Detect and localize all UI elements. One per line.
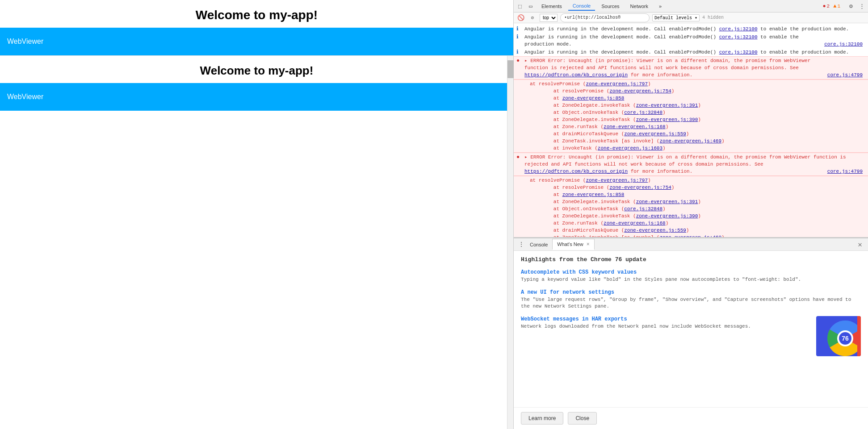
devtools-inspect-icon[interactable]: ⬚ xyxy=(516,2,524,11)
bottom-tab-console[interactable]: Console xyxy=(525,240,552,249)
console-line: ℹ Angular is running in the development … xyxy=(514,25,868,33)
error-icon-2: ● xyxy=(516,154,520,161)
warning-count: 1 xyxy=(837,4,840,9)
info-icon: ℹ xyxy=(516,49,519,56)
console-error-1: ● ▸ ERROR Error: Uncaught (in promise): … xyxy=(514,56,868,79)
devtools-settings-icon[interactable]: ⚙ xyxy=(847,2,855,11)
ze-link-3[interactable]: zone-evergreen.js:858 xyxy=(562,96,625,101)
inner-app-title: Welcome to my-app! xyxy=(0,56,513,83)
info-icon: ℹ xyxy=(516,33,519,41)
bottom-panel-content: Highlights from the Chrome 76 update Aut… xyxy=(514,251,868,407)
main-app-area: Welcome to my-app! WebViewer Welcome to … xyxy=(0,0,514,429)
error-count-badge: ● 2 xyxy=(822,3,830,9)
ze-link-6[interactable]: zone-evergreen.js:168 xyxy=(604,124,666,129)
devtools-panel: ⬚ ▭ Elements Console Sources Network » ●… xyxy=(514,0,868,429)
feature-3-title: WebSocket messages in HAR exports xyxy=(521,316,812,322)
ze-link-7[interactable]: zone-evergreen.js:559 xyxy=(624,131,686,137)
console-clear-icon[interactable]: 🚫 xyxy=(516,13,525,22)
bottom-tab-close-icon[interactable]: × xyxy=(587,241,590,247)
close-button[interactable]: Close xyxy=(568,412,597,425)
console-line: ℹ Angular is running in the development … xyxy=(514,48,868,56)
ze2-link-4[interactable]: zone-evergreen.js:391 xyxy=(636,199,698,204)
chrome-logo-area: 76 xyxy=(816,316,861,356)
whats-new-feature-3-text: WebSocket messages in HAR exports Networ… xyxy=(521,316,812,330)
console-toolbar: 🚫 ⊘ top •url(http://localhos® Default le… xyxy=(514,12,868,23)
ze2-link-3[interactable]: zone-evergreen.js:858 xyxy=(562,192,625,197)
feature-1-title: Autocomplete with CSS keyword values xyxy=(521,269,861,275)
core-link-1[interactable]: core.js:32100 xyxy=(719,26,758,32)
app-main-title: Welcome to my-app! xyxy=(0,0,513,28)
hidden-count-label: 4 hidden xyxy=(702,15,724,20)
warning-count-badge: ▲ 1 xyxy=(833,3,840,9)
bottom-panel-tabs: ⋮ Console What's New × ✕ xyxy=(514,238,868,251)
console-line: ℹ Angular is running in the development … xyxy=(514,33,868,48)
svg-text:76: 76 xyxy=(842,335,849,342)
devtools-toolbar: ⬚ ▭ Elements Console Sources Network » ●… xyxy=(514,0,868,12)
webviewer-bar-1: WebViewer xyxy=(0,28,513,55)
console-error-1-stack: at resolvePromise (zone-evergreen.js:797… xyxy=(514,79,868,153)
devtools-more-icon[interactable]: ⋮ xyxy=(857,2,866,11)
ze2-link-1[interactable]: zone-evergreen.js:797 xyxy=(586,178,648,183)
core-link-4[interactable]: core.js:32848 xyxy=(624,110,663,115)
source-link-2[interactable]: core.js:32100 xyxy=(824,41,863,48)
ze2-link-5[interactable]: zone-evergreen.js:390 xyxy=(636,213,698,219)
ze-link-1[interactable]: zone-evergreen.js:797 xyxy=(586,81,648,87)
chrome-red-bar xyxy=(857,316,861,356)
error-icon-1: ● xyxy=(516,57,520,64)
feature-3-desc: Network logs downloaded from the Network… xyxy=(521,323,812,330)
devtools-url-bar[interactable]: •url(http://localhos® xyxy=(560,13,650,22)
ze-link-2[interactable]: zone-evergreen.js:754 xyxy=(609,88,671,94)
whats-new-title: Highlights from the Chrome 76 update xyxy=(521,256,861,263)
ze2-link-2[interactable]: zone-evergreen.js:754 xyxy=(609,185,671,190)
whats-new-feature-2-text: A new UI for network settings The "Use l… xyxy=(521,289,861,310)
ze2-link-6[interactable]: zone-evergreen.js:168 xyxy=(604,221,666,226)
bottom-panel: ⋮ Console What's New × ✕ Highlights from… xyxy=(514,237,868,429)
inner-frame: Welcome to my-app! WebViewer xyxy=(0,55,513,429)
console-top-select[interactable]: top xyxy=(540,14,558,22)
bottom-action-buttons: Learn more Close xyxy=(514,407,868,429)
feature-1-desc: Typing a keyword value like "bold" in th… xyxy=(521,276,861,283)
whats-new-feature-1: Autocomplete with CSS keyword values Typ… xyxy=(521,269,861,283)
devtools-responsive-icon[interactable]: ▭ xyxy=(526,2,535,11)
info-icon: ℹ xyxy=(516,25,519,33)
console-filter-icon[interactable]: ⊘ xyxy=(528,13,537,22)
ze-link-9[interactable]: zone-evergreen.js:1603 xyxy=(598,146,663,151)
core-link-2[interactable]: core.js:32100 xyxy=(719,34,758,40)
learn-more-button[interactable]: Learn more xyxy=(521,412,563,425)
console-error-2: ● ▸ ERROR Error: Uncaught (in promise): … xyxy=(514,153,868,176)
whats-new-feature-1-text: Autocomplete with CSS keyword values Typ… xyxy=(521,269,861,283)
inner-scrollbar-thumb[interactable] xyxy=(507,60,514,78)
tab-network[interactable]: Network xyxy=(626,2,653,10)
bottom-panel-menu-icon[interactable]: ⋮ xyxy=(517,241,525,249)
feature-2-title: A new UI for network settings xyxy=(521,289,861,296)
ze-link-5[interactable]: zone-evergreen.js:390 xyxy=(636,117,698,122)
whats-new-feature-3: WebSocket messages in HAR exports Networ… xyxy=(521,316,861,356)
webviewer-bar-2: WebViewer xyxy=(0,83,507,111)
core2-link-1[interactable]: core.js:32848 xyxy=(624,206,663,212)
warning-dot-icon: ▲ xyxy=(833,3,836,9)
whats-new-feature-2: A new UI for network settings The "Use l… xyxy=(521,289,861,310)
bottom-panel-close-icon[interactable]: ✕ xyxy=(855,240,864,249)
feature-2-desc: The "Use large request rows", "Group by … xyxy=(521,296,861,310)
pdftron-link-2[interactable]: https://pdftron.com/kb_cross_origin xyxy=(524,169,628,174)
inner-scrollbar[interactable] xyxy=(507,56,513,429)
default-levels-dropdown[interactable]: Default levels ▾ xyxy=(652,14,700,21)
console-error-2-stack: at resolvePromise (zone-evergreen.js:797… xyxy=(514,176,868,237)
bottom-tab-whats-new[interactable]: What's New × xyxy=(552,239,594,250)
console-output[interactable]: ℹ Angular is running in the development … xyxy=(514,23,868,237)
error-source-1[interactable]: core.js:4799 xyxy=(827,71,863,79)
tab-elements[interactable]: Elements xyxy=(537,2,566,10)
ze2-link-7[interactable]: zone-evergreen.js:559 xyxy=(624,228,686,233)
chrome-logo: 76 xyxy=(825,318,861,356)
pdftron-link-1[interactable]: https://pdftron.com/kb_cross_origin xyxy=(524,72,628,78)
error-dot-icon: ● xyxy=(822,3,826,9)
core-link-3[interactable]: core.js:32100 xyxy=(719,50,758,55)
tab-console[interactable]: Console xyxy=(568,2,595,11)
url-bar-content: •url(http://localhos® xyxy=(564,15,621,20)
ze-link-8[interactable]: zone-evergreen.js:469 xyxy=(659,138,721,144)
tab-more[interactable]: » xyxy=(654,2,666,10)
ze-link-4[interactable]: zone-evergreen.js:391 xyxy=(636,103,698,108)
tab-sources[interactable]: Sources xyxy=(597,2,624,10)
error-source-2[interactable]: core.js:4799 xyxy=(827,168,863,175)
error-count: 2 xyxy=(827,4,830,9)
